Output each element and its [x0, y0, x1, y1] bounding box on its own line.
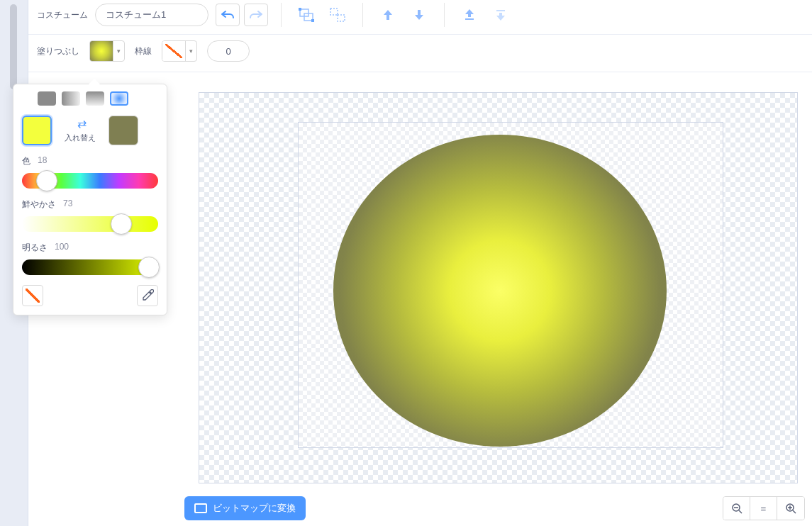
zoom-out-icon [731, 503, 743, 514]
saturation-slider[interactable] [22, 216, 158, 232]
zoom-in-button[interactable] [777, 497, 804, 520]
hue-value: 18 [38, 155, 47, 167]
svg-line-9 [739, 510, 742, 513]
undo-button[interactable] [216, 4, 240, 26]
color-picker-popover: ⇄ 入れ替え 色 18 鮮やかさ 73 明るさ 100 [13, 84, 167, 315]
fill-mode-radial[interactable] [110, 91, 128, 106]
brightness-value: 100 [55, 242, 69, 254]
paint-toolbar: コスチューム [28, 0, 812, 35]
no-color-icon [26, 289, 40, 303]
zoom-in-icon [785, 503, 796, 514]
arrow-down-icon [414, 9, 424, 21]
brightness-slider-block: 明るさ 100 [22, 242, 158, 275]
swap-label: 入れ替え [65, 133, 96, 143]
to-front-icon [464, 9, 475, 21]
svg-rect-3 [311, 19, 314, 22]
fill-mode-solid[interactable] [38, 91, 56, 106]
redo-button[interactable] [244, 4, 268, 26]
saturation-slider-block: 鮮やかさ 73 [22, 198, 158, 232]
svg-rect-7 [496, 10, 505, 11]
svg-rect-2 [299, 8, 301, 11]
convert-bitmap-button[interactable]: ビットマップに変換 [184, 496, 306, 520]
hue-slider[interactable] [22, 173, 158, 189]
zoom-controls: = [723, 496, 805, 520]
undo-icon [221, 10, 234, 20]
brightness-thumb[interactable] [138, 257, 160, 278]
group-button[interactable] [294, 4, 318, 26]
fill-color-button[interactable]: ▾ [89, 40, 125, 62]
hue-slider-block: 色 18 [22, 155, 158, 189]
gradient-mode-row [22, 91, 158, 106]
ungroup-button[interactable] [326, 4, 350, 26]
brightness-slider[interactable] [22, 259, 158, 275]
stroke-width-input[interactable] [207, 40, 250, 62]
ungroup-icon [330, 8, 345, 22]
fill-mode-vertical[interactable] [86, 91, 104, 106]
swap-icon: ⇄ [77, 118, 84, 130]
outline-label: 枠線 [135, 45, 152, 57]
costume-name-input[interactable] [95, 4, 208, 26]
front-button[interactable] [457, 4, 482, 26]
costume-label: コスチューム [37, 9, 88, 21]
saturation-label: 鮮やかさ [22, 198, 56, 211]
redo-icon [250, 10, 262, 20]
back-button[interactable] [489, 4, 513, 26]
gradient-color-b[interactable] [109, 116, 138, 145]
svg-rect-4 [330, 9, 338, 15]
fill-swatch [90, 41, 113, 61]
swap-colors-button[interactable]: ⇄ 入れ替え [65, 118, 96, 143]
canvas-footer: ビットマップに変換 = [184, 496, 805, 520]
outline-swatch [162, 41, 185, 61]
fill-outline-row: 塗りつぶし ▾ 枠線 ▾ [28, 35, 812, 72]
divider [281, 3, 282, 27]
hue-thumb[interactable] [36, 170, 57, 191]
divider [444, 3, 445, 27]
image-icon [194, 503, 207, 513]
fill-label: 塗りつぶし [37, 45, 79, 57]
drawn-circle[interactable] [333, 135, 667, 447]
svg-rect-6 [465, 18, 474, 20]
chevron-down-icon: ▾ [113, 41, 124, 61]
gradient-color-a[interactable] [22, 116, 52, 145]
arrow-up-icon [383, 9, 393, 21]
saturation-thumb[interactable] [111, 213, 132, 235]
convert-label: ビットマップに変換 [213, 502, 296, 515]
svg-rect-5 [338, 15, 345, 21]
no-color-button[interactable] [22, 285, 43, 306]
hue-label: 色 [22, 155, 30, 167]
backward-button[interactable] [407, 4, 431, 26]
eyedropper-button[interactable] [137, 285, 158, 306]
equals-icon: = [761, 503, 767, 514]
zoom-reset-button[interactable]: = [750, 497, 777, 520]
forward-button[interactable] [376, 4, 400, 26]
fill-mode-horizontal[interactable] [62, 91, 80, 106]
brightness-label: 明るさ [22, 242, 48, 254]
scrollbar[interactable] [10, 4, 17, 89]
zoom-out-button[interactable] [723, 497, 750, 520]
to-back-icon [495, 9, 506, 21]
eyedropper-icon [141, 289, 154, 302]
divider [362, 3, 363, 27]
saturation-value: 73 [63, 198, 72, 211]
picker-footer [22, 285, 158, 306]
outline-color-button[interactable]: ▾ [162, 40, 197, 62]
chevron-down-icon: ▾ [185, 41, 196, 61]
svg-line-12 [793, 510, 796, 513]
group-icon [299, 8, 314, 22]
gradient-colors-row: ⇄ 入れ替え [22, 116, 158, 145]
